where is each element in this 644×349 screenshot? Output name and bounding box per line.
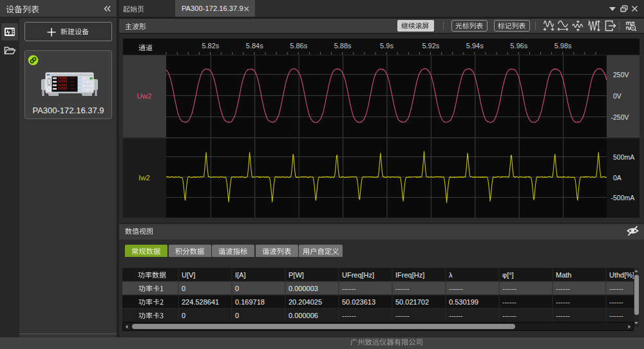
svg-text:68586: 68586: [58, 87, 68, 90]
svg-text:68586: 68586: [58, 80, 68, 83]
svg-text:68586: 68586: [58, 77, 68, 80]
svg-text:68586: 68586: [58, 84, 68, 87]
